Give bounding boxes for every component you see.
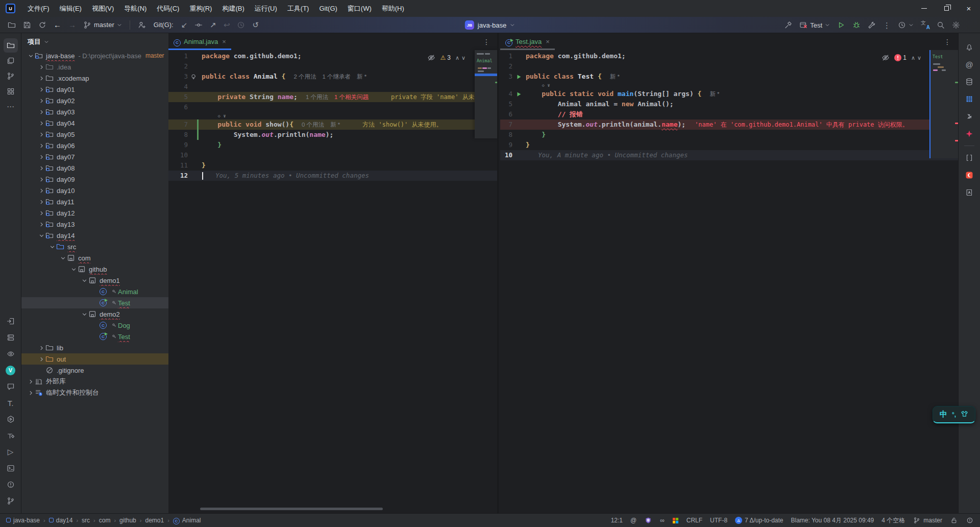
open-button[interactable] bbox=[5, 19, 18, 31]
menu-item[interactable]: 代码(C) bbox=[152, 0, 184, 17]
gutter[interactable]: 12 bbox=[168, 171, 202, 181]
menu-item[interactable]: 编辑(E) bbox=[55, 0, 87, 17]
gutter[interactable]: 6 bbox=[500, 109, 526, 119]
gutter[interactable]: 4 bbox=[168, 82, 202, 92]
tree-item-day10[interactable]: day10 bbox=[21, 185, 168, 196]
gutter[interactable]: 1 bbox=[168, 51, 202, 61]
tool-more-button[interactable]: ⋯ bbox=[4, 100, 18, 114]
minimize-icon[interactable] bbox=[913, 0, 935, 17]
tool-pipeline-button[interactable] bbox=[4, 412, 18, 426]
notifications-button[interactable] bbox=[962, 40, 976, 54]
menu-item[interactable]: 文件(F) bbox=[22, 0, 55, 17]
menu-item[interactable]: 运行(U) bbox=[250, 0, 282, 17]
code-line-7[interactable]: 7 System.out.println(animal.name);'name'… bbox=[500, 119, 958, 130]
chevron-expanded-icon[interactable] bbox=[48, 244, 56, 250]
code-line-2[interactable]: 2 bbox=[500, 61, 958, 71]
infinity-plugin-status[interactable]: ∞ bbox=[660, 517, 665, 524]
chevron-collapsed-icon[interactable] bbox=[37, 87, 45, 92]
line-separator[interactable]: CRLF bbox=[687, 517, 702, 524]
breadcrumb-item[interactable]: src bbox=[82, 517, 90, 524]
tool-translation-button[interactable]: T. bbox=[4, 396, 18, 410]
chevron-expanded-icon[interactable] bbox=[80, 278, 88, 283]
code-line-6[interactable]: 6 bbox=[168, 102, 497, 112]
commit-button[interactable] bbox=[192, 19, 205, 31]
git-sync-status[interactable]: Δ7 Δ/up-to-date bbox=[735, 517, 783, 524]
profile-dropdown-button[interactable] bbox=[895, 19, 916, 31]
profiler-button[interactable] bbox=[865, 19, 878, 31]
update-project-button[interactable]: ↙ bbox=[179, 19, 190, 30]
menu-item[interactable]: Git(G) bbox=[314, 0, 342, 17]
run-config-selector[interactable]: Test bbox=[797, 19, 832, 31]
tool-exit-button[interactable] bbox=[4, 314, 18, 328]
menu-item[interactable]: 窗口(W) bbox=[342, 0, 377, 17]
chevron-collapsed-icon[interactable] bbox=[37, 222, 45, 227]
gutter[interactable]: 1 bbox=[500, 51, 526, 61]
code-line-11[interactable]: 11} bbox=[168, 160, 497, 171]
readonly-toggle[interactable] bbox=[950, 516, 958, 524]
ai-assistant-button[interactable] bbox=[962, 109, 976, 124]
code-editor[interactable]: 1package com.github.demo1;23public class… bbox=[500, 50, 958, 160]
code-line-4[interactable]: 4 bbox=[168, 82, 497, 92]
minimap-viewport[interactable] bbox=[475, 74, 499, 76]
code-with-me-button[interactable] bbox=[135, 19, 149, 31]
gutter[interactable]: 2 bbox=[500, 61, 526, 71]
code-line-9[interactable]: 9 } bbox=[168, 140, 497, 150]
gutter[interactable]: 9 bbox=[168, 140, 202, 150]
chevron-collapsed-icon[interactable] bbox=[37, 132, 45, 137]
tree-item-Test[interactable]: CTest bbox=[21, 331, 168, 342]
tree-item-out[interactable]: out bbox=[21, 353, 168, 365]
tree-item-day12[interactable]: day12 bbox=[21, 207, 168, 219]
menu-item[interactable]: 构建(B) bbox=[217, 0, 249, 17]
tree-item-外部库[interactable]: 外部库 bbox=[21, 376, 168, 387]
ime-language-button[interactable]: 中 bbox=[940, 410, 947, 419]
chevron-collapsed-icon[interactable] bbox=[27, 390, 35, 396]
restore-icon[interactable] bbox=[935, 0, 958, 17]
breadcrumb-item[interactable]: github bbox=[119, 517, 136, 524]
code-line-10[interactable]: 10You, A minute ago • Uncommitted change… bbox=[500, 150, 958, 160]
chevron-collapsed-icon[interactable] bbox=[37, 199, 45, 205]
tool-chat-button[interactable] bbox=[4, 379, 18, 394]
tool-structure-button[interactable] bbox=[4, 84, 18, 99]
inspection-widget[interactable]: !1∧∨ bbox=[881, 54, 923, 62]
horizontal-scrollbar[interactable] bbox=[200, 508, 383, 510]
gutter[interactable]: 4 bbox=[500, 89, 526, 99]
run-button[interactable] bbox=[835, 19, 848, 31]
prev-next-problem-icons[interactable]: ∧∨ bbox=[455, 55, 468, 61]
tree-item-com[interactable]: com bbox=[21, 252, 168, 264]
chevron-collapsed-icon[interactable] bbox=[37, 76, 45, 81]
spark-plugin-button[interactable] bbox=[962, 127, 976, 141]
breadcrumb-item[interactable]: CAnimal bbox=[173, 517, 201, 524]
tree-item-Test[interactable]: CTest bbox=[21, 297, 168, 308]
gutter[interactable]: 3 bbox=[168, 71, 202, 82]
more-actions-button[interactable]: ⋮ bbox=[880, 20, 893, 31]
project-widget[interactable]: JB java-base bbox=[461, 17, 519, 33]
menu-item[interactable]: 工具(T) bbox=[282, 0, 314, 17]
tree-item-day01[interactable]: day01 bbox=[21, 84, 168, 95]
tree-item-.gitignore[interactable]: .gitignore bbox=[21, 365, 168, 376]
ai-inlay-row[interactable]: ◇ ∨ bbox=[168, 112, 497, 119]
copilot-button[interactable]: @ bbox=[962, 57, 976, 71]
gutter[interactable]: 7 bbox=[500, 119, 526, 130]
code-line-10[interactable]: 10 bbox=[168, 150, 497, 160]
tree-item-github[interactable]: github bbox=[21, 264, 168, 275]
menu-item[interactable]: 视图(V) bbox=[87, 0, 119, 17]
tool-windows-button[interactable] bbox=[4, 54, 18, 68]
history-button[interactable] bbox=[234, 19, 248, 31]
file-encoding[interactable]: UTF-8 bbox=[710, 517, 727, 524]
code-line-5[interactable]: 5 private String name;1 个用法1 个相关问题privat… bbox=[168, 92, 497, 102]
breadcrumb-item[interactable]: com bbox=[99, 517, 111, 524]
git-branch-button[interactable]: master bbox=[81, 19, 125, 31]
tool-project-button[interactable] bbox=[4, 38, 18, 53]
chevron-collapsed-icon[interactable] bbox=[37, 356, 45, 362]
shield-plugin-status[interactable] bbox=[644, 516, 652, 524]
editor-options-icon[interactable]: ⋮ bbox=[944, 38, 951, 46]
settings-button[interactable] bbox=[949, 19, 963, 31]
chevron-collapsed-icon[interactable] bbox=[37, 188, 45, 194]
gutter[interactable]: 10 bbox=[500, 150, 526, 160]
tool-services-button[interactable] bbox=[4, 330, 18, 345]
tool-commit-button[interactable] bbox=[4, 69, 18, 83]
run-line-icon[interactable] bbox=[516, 74, 522, 80]
tree-item-day02[interactable]: day02 bbox=[21, 95, 168, 106]
ime-skin-button[interactable] bbox=[961, 410, 968, 419]
prev-next-problem-icons[interactable]: ∧∨ bbox=[911, 55, 923, 61]
